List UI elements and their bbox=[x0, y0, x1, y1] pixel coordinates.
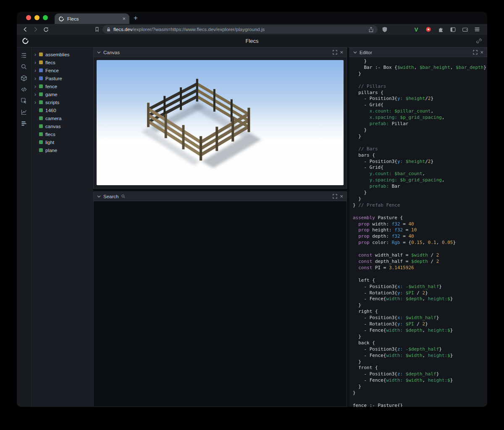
expand-panel-icon[interactable] bbox=[333, 194, 337, 199]
url-domain: flecs.dev bbox=[113, 27, 132, 32]
code-line: - Fence{width: $depth, height:$} bbox=[353, 328, 487, 334]
chevron-down-icon[interactable] bbox=[97, 51, 101, 54]
code-line: - Position3{z: -$depth_half} bbox=[353, 346, 487, 353]
code-line: y.spacing: $b_grid_spacing, bbox=[353, 177, 487, 184]
entity-color-square bbox=[39, 60, 43, 64]
entity-color-square bbox=[39, 68, 43, 72]
entity-color-square bbox=[39, 148, 43, 152]
entity-label: assemblies bbox=[45, 52, 70, 57]
entity-label: light bbox=[45, 140, 54, 145]
tree-item-1460[interactable]: ›1460 bbox=[32, 106, 93, 114]
wallet-icon[interactable] bbox=[461, 25, 469, 34]
tree-item-game[interactable]: ›game bbox=[32, 90, 93, 98]
tree-item-assemblies[interactable]: ›assemblies bbox=[32, 50, 93, 58]
share-link-icon[interactable] bbox=[476, 38, 482, 44]
expand-arrow-icon[interactable]: › bbox=[34, 92, 39, 97]
code-editor[interactable]: } Bar :- Box {$width, $bar_height, $bar_… bbox=[349, 57, 487, 407]
code-line: } bbox=[353, 58, 487, 65]
entity-color-square bbox=[39, 140, 43, 144]
search-results-area[interactable] bbox=[93, 201, 347, 407]
3d-viewport[interactable] bbox=[97, 60, 344, 185]
code-line: fence :- Pasture{} bbox=[353, 403, 487, 407]
entity-tree-icon[interactable] bbox=[19, 52, 29, 59]
tab-close-icon[interactable]: × bbox=[122, 16, 126, 21]
code-line: } bbox=[353, 359, 487, 365]
memory-bars-icon[interactable] bbox=[19, 120, 29, 127]
3d-scene bbox=[97, 60, 344, 185]
entity-label: canvas bbox=[45, 124, 60, 129]
code-line: // Bars bbox=[353, 146, 487, 152]
entity-label: scripts bbox=[45, 100, 59, 105]
tree-item-Fence[interactable]: ›Fence bbox=[32, 66, 93, 74]
url-path: /explorer/?wasm=https://www.flecs.dev/ex… bbox=[132, 27, 265, 32]
code-editor-icon[interactable] bbox=[19, 86, 29, 93]
code-line: - Fence{width: $width, height:$} bbox=[353, 353, 487, 359]
url-text: flecs.dev/explorer/?wasm=https://www.fle… bbox=[113, 27, 366, 32]
tab-title: Flecs bbox=[67, 16, 79, 21]
tree-item-scripts[interactable]: ›scripts bbox=[32, 98, 93, 106]
adblock-icon[interactable] bbox=[424, 25, 433, 34]
menu-icon[interactable] bbox=[473, 25, 481, 34]
tree-item-flecs[interactable]: ›flecs bbox=[32, 58, 93, 66]
forward-button[interactable] bbox=[31, 25, 40, 34]
expand-panel-icon[interactable] bbox=[333, 50, 337, 55]
chevron-down-icon[interactable] bbox=[353, 51, 357, 54]
entity-label: flecs bbox=[45, 132, 55, 137]
bookmark-icon[interactable] bbox=[92, 25, 102, 34]
reload-button[interactable] bbox=[41, 25, 51, 34]
tree-item-plane[interactable]: ›plane bbox=[32, 146, 93, 154]
close-panel-icon[interactable]: × bbox=[340, 50, 343, 55]
expand-arrow-icon[interactable]: › bbox=[34, 68, 39, 73]
tree-item-Pasture[interactable]: ›Pasture bbox=[32, 74, 93, 82]
sidebar-toggle-icon[interactable] bbox=[449, 25, 457, 34]
code-line: - Position3{x: -$width_half} bbox=[353, 284, 487, 290]
expand-arrow-icon[interactable]: › bbox=[34, 52, 39, 57]
close-window-button[interactable] bbox=[26, 15, 31, 20]
tree-item-light[interactable]: ›light bbox=[32, 138, 93, 146]
browser-tab-flecs[interactable]: Flecs × bbox=[55, 13, 129, 24]
tree-item-camera[interactable]: ›camera bbox=[32, 114, 93, 122]
code-line bbox=[353, 209, 487, 215]
expand-arrow-icon[interactable]: › bbox=[34, 60, 39, 65]
back-button[interactable] bbox=[20, 25, 30, 34]
inspector-icon[interactable] bbox=[19, 97, 29, 104]
close-panel-icon[interactable]: × bbox=[480, 50, 483, 55]
entity-label: flecs bbox=[45, 60, 55, 65]
code-line bbox=[353, 246, 487, 252]
code-line: back { bbox=[353, 340, 487, 346]
tree-item-canvas[interactable]: ›canvas bbox=[32, 122, 93, 130]
entity-label: plane bbox=[45, 148, 57, 153]
search-panel-title: Search bbox=[103, 194, 118, 199]
code-line: } // Prefab Fence bbox=[353, 202, 487, 209]
entity-label: 1460 bbox=[45, 108, 56, 113]
minimize-window-button[interactable] bbox=[34, 15, 39, 20]
tree-item-fence[interactable]: ›fence bbox=[32, 82, 93, 90]
brave-shield-icon[interactable] bbox=[382, 26, 388, 33]
close-panel-icon[interactable]: × bbox=[340, 194, 343, 199]
code-line: } bbox=[353, 134, 487, 140]
entity-label: camera bbox=[45, 116, 61, 121]
entity-color-square bbox=[39, 116, 43, 120]
code-line: } bbox=[353, 190, 487, 196]
tree-item-flecs[interactable]: ›flecs bbox=[32, 130, 93, 138]
maximize-window-button[interactable] bbox=[43, 15, 48, 20]
extensions-puzzle-icon[interactable] bbox=[436, 25, 445, 34]
share-icon[interactable] bbox=[368, 26, 374, 32]
code-line: prop width: f32 = 40 bbox=[353, 221, 487, 228]
expand-arrow-icon[interactable]: › bbox=[34, 76, 39, 81]
entity-label: fence bbox=[45, 84, 57, 89]
browser-toolbar: flecs.dev/explorer/?wasm=https://www.fle… bbox=[17, 24, 487, 35]
url-bar[interactable]: flecs.dev/explorer/?wasm=https://www.fle… bbox=[102, 25, 378, 34]
search-magnifier-icon bbox=[121, 194, 126, 199]
new-tab-button[interactable]: + bbox=[129, 14, 142, 24]
code-line: const width_half = $width / 2 bbox=[353, 252, 487, 259]
vue-devtools-icon[interactable]: V bbox=[412, 25, 420, 34]
canvas-cube-icon[interactable] bbox=[19, 74, 29, 81]
chevron-down-icon[interactable] bbox=[97, 195, 101, 198]
expand-arrow-icon[interactable]: › bbox=[34, 100, 39, 105]
search-icon[interactable] bbox=[19, 63, 29, 70]
code-line: - Rotation3{y: $PI / 2} bbox=[353, 290, 487, 296]
expand-arrow-icon[interactable]: › bbox=[34, 84, 39, 89]
expand-panel-icon[interactable] bbox=[473, 50, 478, 55]
stats-chart-icon[interactable] bbox=[19, 108, 29, 115]
